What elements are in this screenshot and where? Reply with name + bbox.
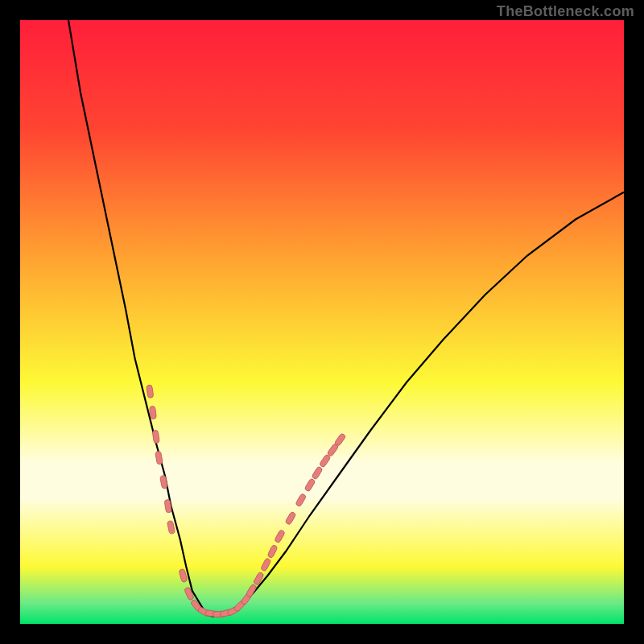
watermark-text: TheBottleneck.com [497,3,634,20]
chart-stage: TheBottleneck.com [0,0,644,644]
gradient-background [20,20,624,624]
plot-svg [20,20,624,624]
plot-frame [20,20,624,624]
